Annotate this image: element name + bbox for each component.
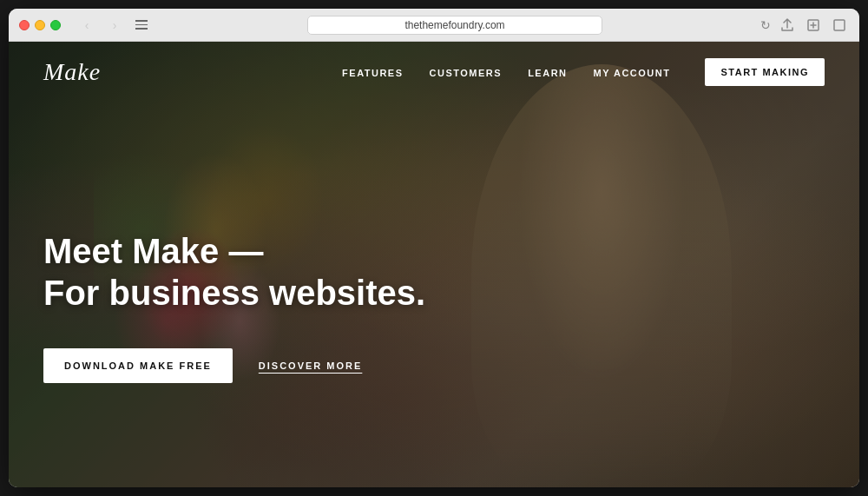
back-button[interactable]: ‹ [75,17,99,34]
hero-headline: Meet Make — For business websites. [43,230,425,314]
site-logo[interactable]: Make [43,58,101,86]
url-display[interactable]: thethemefoundry.com [307,16,602,35]
zoom-button[interactable] [804,16,823,35]
traffic-lights [19,20,61,30]
share-icon [781,18,793,32]
headline-line2: For business websites. [43,274,425,312]
nav-item-learn[interactable]: LEARN [528,64,567,80]
hero-content: Meet Make — For business websites. DOWNL… [43,230,425,383]
discover-more-button[interactable]: DISCOVER MORE [259,360,363,371]
hero-buttons: DOWNLOAD MAKE FREE DISCOVER MORE [43,348,425,383]
zoom-icon [807,19,819,31]
nav-link-account[interactable]: MY ACCOUNT [594,68,671,78]
address-bar: thethemefoundry.com [156,16,753,35]
headline-line1: Meet Make — [43,232,263,270]
nav-link-features[interactable]: FEATURES [342,68,403,78]
maximize-button[interactable] [830,16,849,35]
nav-buttons: ‹ › [75,17,127,34]
svg-rect-1 [834,20,845,30]
nav-item-features[interactable]: FEATURES [342,64,403,80]
maximize-icon [833,19,845,31]
logo-text: Make [43,58,101,85]
nav-links: FEATURES CUSTOMERS LEARN MY ACCOUNT STAR… [342,58,825,86]
close-button[interactable] [19,20,30,30]
fullscreen-button[interactable] [50,20,61,30]
website-content: Make FEATURES CUSTOMERS LEARN MY ACCOUNT… [9,42,859,487]
nav-link-customers[interactable]: CUSTOMERS [430,68,503,78]
forward-button[interactable]: › [102,17,127,34]
nav-item-customers[interactable]: CUSTOMERS [430,64,503,80]
browser-chrome: ‹ › thethemefoundry.com ↻ [9,9,859,42]
minimize-button[interactable] [35,20,45,30]
share-button[interactable] [778,16,797,35]
nav-link-learn[interactable]: LEARN [528,68,567,78]
download-button[interactable]: DOWNLOAD MAKE FREE [43,348,233,383]
browser-window: ‹ › thethemefoundry.com ↻ [9,9,859,487]
start-making-button[interactable]: START MAKING [705,58,825,86]
refresh-button[interactable]: ↻ [760,18,771,32]
sidebar-toggle-icon[interactable] [134,17,149,33]
nav-item-cta[interactable]: START MAKING [696,58,825,86]
site-navigation: Make FEATURES CUSTOMERS LEARN MY ACCOUNT… [9,42,859,103]
nav-item-account[interactable]: MY ACCOUNT [594,64,671,80]
refresh-icon: ↻ [760,18,771,32]
